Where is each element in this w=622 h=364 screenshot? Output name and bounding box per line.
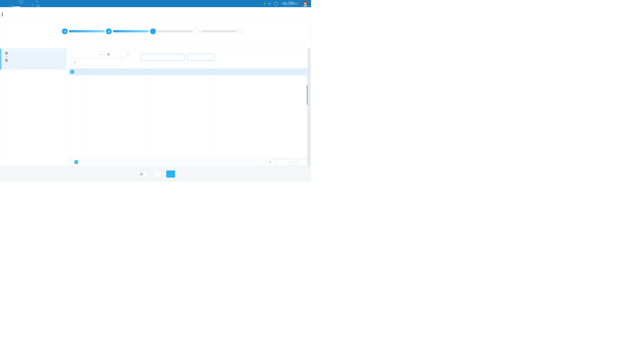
page-size-select[interactable]	[276, 159, 294, 165]
table-toolbar	[69, 48, 311, 68]
source-database-row	[5, 51, 67, 55]
status-dot	[264, 3, 266, 4]
main-section: ‹ ›	[0, 48, 311, 166]
mapping-arrow-icon	[6, 56, 67, 58]
content-card: ‹ ›	[0, 21, 311, 166]
pagination: ‹ ›	[258, 159, 308, 165]
pagination-next-button[interactable]: ›	[267, 159, 273, 165]
table-filter-input[interactable]	[78, 60, 121, 64]
top-navbar	[0, 0, 311, 7]
step-number	[194, 28, 200, 34]
column-divider	[80, 68, 81, 75]
column-divider	[80, 75, 81, 158]
database-icon	[5, 59, 8, 62]
step-check-icon	[62, 28, 68, 34]
next-step-button[interactable]	[166, 171, 175, 178]
breadcrumb	[0, 7, 311, 21]
batch-modify-target-names-button[interactable]	[141, 54, 184, 61]
refresh-icon	[140, 173, 143, 175]
column-divider	[210, 75, 211, 158]
outer-scrollbar-gutter[interactable]	[308, 48, 311, 166]
table-header	[69, 68, 311, 76]
environment-selector[interactable]	[264, 3, 271, 4]
search-icon	[74, 61, 76, 64]
column-divider	[147, 75, 147, 158]
table-area: ‹ ›	[69, 48, 311, 166]
previous-button[interactable]	[153, 171, 161, 178]
step-datasource	[50, 28, 79, 37]
pagination-prev-button[interactable]: ‹	[258, 159, 264, 165]
chevron-down-icon	[269, 3, 271, 4]
search-icon	[107, 53, 110, 56]
nav-item-datajob[interactable]	[13, 0, 21, 7]
chevron-down-icon	[127, 54, 129, 55]
username-redacted	[282, 1, 299, 6]
step-tables	[138, 28, 168, 38]
mapping-rules-button[interactable]	[187, 54, 214, 61]
schema-select[interactable]	[105, 51, 131, 58]
nav-item-datasource[interactable]	[29, 0, 38, 7]
database-icon	[5, 52, 8, 55]
table-filter-field	[71, 59, 123, 66]
refresh-button[interactable]	[136, 171, 148, 178]
step-properties	[94, 28, 123, 37]
step-number	[150, 28, 156, 34]
breadcrumb-accent-bar	[2, 12, 2, 17]
select-all-checkbox[interactable]	[75, 160, 78, 164]
step-number	[238, 28, 244, 34]
nav-item-sync-settings[interactable]	[21, 0, 29, 7]
main-nav	[13, 0, 46, 7]
table-footer: ‹ ›	[69, 158, 311, 166]
chevron-down-icon	[99, 54, 102, 55]
help-icon[interactable]	[274, 2, 278, 6]
navbar-right	[264, 0, 311, 7]
step-data-processing	[182, 28, 212, 38]
stepper	[0, 22, 311, 48]
user-avatar[interactable]	[302, 0, 309, 7]
column-divider	[210, 68, 211, 75]
nav-item-settings[interactable]	[38, 0, 46, 7]
column-divider	[147, 68, 147, 75]
datasource-summary-box[interactable]	[1, 49, 67, 70]
target-database-row	[5, 58, 67, 62]
step-check-icon	[106, 28, 112, 34]
datasource-panel	[0, 48, 69, 166]
select-all-header-checkbox[interactable]	[71, 70, 74, 74]
list-mode-select[interactable]	[71, 51, 104, 58]
step-creation	[226, 28, 256, 38]
goto-page-input[interactable]	[298, 159, 308, 165]
bottom-action-bar	[0, 166, 311, 182]
chevron-down-icon	[290, 162, 292, 163]
table-body	[69, 75, 311, 158]
